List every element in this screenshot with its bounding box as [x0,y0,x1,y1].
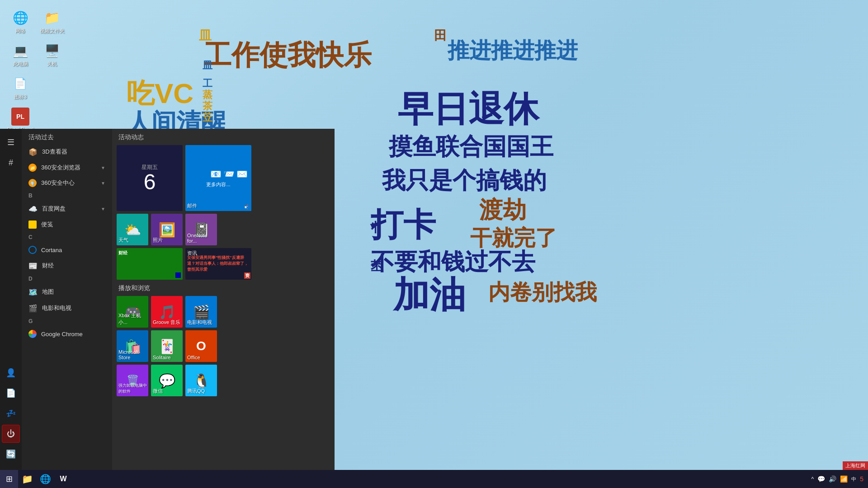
taskbar-items: 📁 🌐 W [18,470,811,488]
mail-badge-icon: 📬 [244,204,250,209]
tiles-row-5: 🛍️ Microsoft Store 🃏 Solitaire O Office [117,330,330,362]
taskbar-chrome[interactable]: 🌐 [36,470,54,488]
app-item-3dviewer[interactable]: 📦 3D查看器 [22,144,112,160]
tile-xbox[interactable]: 🎮 Xbox 主机小... [117,296,148,328]
360center-icon: 🛡️ [28,179,37,187]
tile-finance[interactable]: 财经 [117,248,183,280]
desktop: 工作使我快乐 推进推进推进 皿 田 吃VC 人间清醒 皿 工 蒸 茶 苙 早日退… [0,0,868,488]
desktop-icon-folder[interactable]: 📁 视频文件夹 [36,7,68,36]
category-c: C [22,232,112,242]
sidebar-restart-icon[interactable]: 🔄 [2,445,20,463]
tile-date[interactable]: 星期五 6 [117,145,183,211]
watermark-text: 上海红网 [845,463,865,468]
mail-more-text: 更多内容... [206,181,230,188]
desktop-icon-doc[interactable]: 📄 图标3 [5,73,36,102]
tile-uninstall[interactable]: 🗑️ 强力卸载电脑中的软件 [117,365,148,396]
weather-icon: ⛅ [124,222,141,238]
sidebar-menu-icon[interactable]: ☰ [2,133,20,151]
app-item-finance[interactable]: 📰 财经 [22,258,112,274]
solitaire-icon: 🃏 [159,338,175,354]
app-item-baidupan-label: 百度网盘 [42,205,66,213]
baidupan-icon: ☁️ [28,204,38,213]
xbox-label: Xbox 主机小... [118,312,148,326]
app-item-note[interactable]: 便笺 [22,217,112,232]
uninstall-label: 强力卸载电脑中的软件 [118,383,148,394]
finance-icon: 📰 [28,261,38,270]
finance-label: 财经 [118,250,181,256]
chrome-taskbar-icon: 🌐 [40,474,51,484]
start-menu-sidebar: ☰ # 👤 📄 💤 ⏻ 🔄 [0,129,22,470]
app-item-finance-label: 财经 [42,262,54,270]
office-label: Office [187,355,200,360]
tile-groove[interactable]: 🎵 Groove 音乐 [151,296,183,328]
explorer-icon: 📁 [22,474,33,484]
category-b: B [22,191,112,201]
tile-office[interactable]: O Office [185,330,217,362]
sidebar-documents-icon[interactable]: 📄 [2,384,20,402]
app-item-movies[interactable]: 🎬 电影和电视 [22,300,112,316]
finance-corner [175,272,181,278]
wt-8: 工 [203,77,212,90]
app-item-baidupan[interactable]: ☁️ 百度网盘 ▼ [22,201,112,217]
sidebar-user-icon[interactable]: 👤 [2,364,20,382]
wt-4: 田 [434,27,447,44]
app-item-note-label: 便笺 [41,221,53,229]
wt-11: 苙 [203,111,212,124]
taskbar-watermark: 上海红网 [843,461,868,470]
taskbar-tray: ^ 💬 🔊 📶 中 5 [811,475,868,483]
onenote-label: OneNote for... [187,233,217,244]
wt-7: 皿 [203,59,212,72]
desktop-icon-computer[interactable]: 💻 此电脑 [5,40,36,69]
wallpaper-text-1: 工作使我快乐 [203,36,372,74]
start-menu: ☰ # 👤 📄 💤 ⏻ 🔄 活动过去 📦 3D查看器 📁 360安全浏览器 [0,129,335,470]
wt-14: 我只是个搞钱的 [382,165,547,197]
wt-21: 丬 [371,219,383,236]
tile-movies2[interactable]: 🎬 电影和电视 [185,296,217,328]
tiles-row-1: 星期五 6 📧 📨 ✉️ 更多内容... 📬 [117,145,330,211]
app-item-cortana-label: Cortana [41,247,62,253]
photos-label: 照片 [153,237,163,244]
mail-tile-label: 邮件 [187,202,197,209]
tile-mail[interactable]: 📧 📨 ✉️ 更多内容... 📬 邮件 [185,145,251,211]
tile-weixin[interactable]: 💬 微信 [151,365,183,396]
desktop-icon-network[interactable]: 🌐 网络 [5,7,36,36]
sidebar-search-icon[interactable]: # [2,154,20,172]
wt-15: 渡劫 [479,194,526,226]
network-icon: 🌐 [11,9,29,27]
app-item-360browser[interactable]: 📁 360安全浏览器 ▼ [22,160,112,175]
date-number: 6 [144,171,156,193]
app-item-360center[interactable]: 🛡️ 360安全中心 ▼ [22,175,112,191]
gmail-icon: 📧 [210,169,222,179]
tile-onenote[interactable]: 📓 OneNote for... [185,214,217,245]
tile-news[interactable]: 女保安遇男同事"性骚扰"反遭辞退？对话当事人：他郎叔叔辈了，曾拒其示爱 资 资讯 [185,248,251,280]
finance-content: 财经 [117,248,183,280]
taskbar-wps[interactable]: W [54,470,72,488]
tile-solitaire[interactable]: 🃏 Solitaire [151,330,183,362]
tile-qq[interactable]: 🐧 腾讯QQ [185,365,217,396]
tray-ime-icon[interactable]: 中 [851,476,856,483]
app-item-movies-label: 电影和电视 [42,304,71,312]
shutdown-icon-label: 关机 [47,61,57,67]
app-item-360browser-label: 360安全浏览器 [41,164,80,172]
tile-weather[interactable]: ⛅ 天气 [117,214,148,245]
start-button[interactable]: ⊞ [0,470,18,488]
tray-volume-icon[interactable]: 🔊 [829,475,836,483]
tile-photos[interactable]: 🖼️ 照片 [151,214,183,245]
taskbar-explorer[interactable]: 📁 [18,470,36,488]
tray-network-icon[interactable]: 📶 [840,475,848,483]
sidebar-sleep-icon[interactable]: 💤 [2,404,20,422]
tray-caret-icon[interactable]: ^ [811,476,814,482]
app-list-header[interactable]: 活动过去 [22,129,112,144]
movies-icon: 🎬 [28,304,38,313]
taskbar: ⊞ 📁 🌐 W ^ 💬 🔊 📶 中 5 上海红网 [0,470,868,488]
weixin-icon: 💬 [159,373,175,389]
app-item-cortana[interactable]: Cortana [22,242,112,258]
tile-store[interactable]: 🛍️ Microsoft Store [117,330,148,362]
app-item-maps[interactable]: 🗺️ 地图 [22,284,112,300]
tiles-row-6: 🗑️ 强力卸载电脑中的软件 💬 微信 🐧 腾讯QQ [117,365,330,396]
app-item-chrome[interactable]: Google Chrome [22,326,112,342]
sidebar-shutdown-icon[interactable]: ⏻ [2,425,20,443]
desktop-icon-shutdown[interactable]: 🖥️ 关机 [36,40,68,69]
tray-5-icon: 5 [860,475,863,483]
wt-22: 苤 [371,258,383,275]
